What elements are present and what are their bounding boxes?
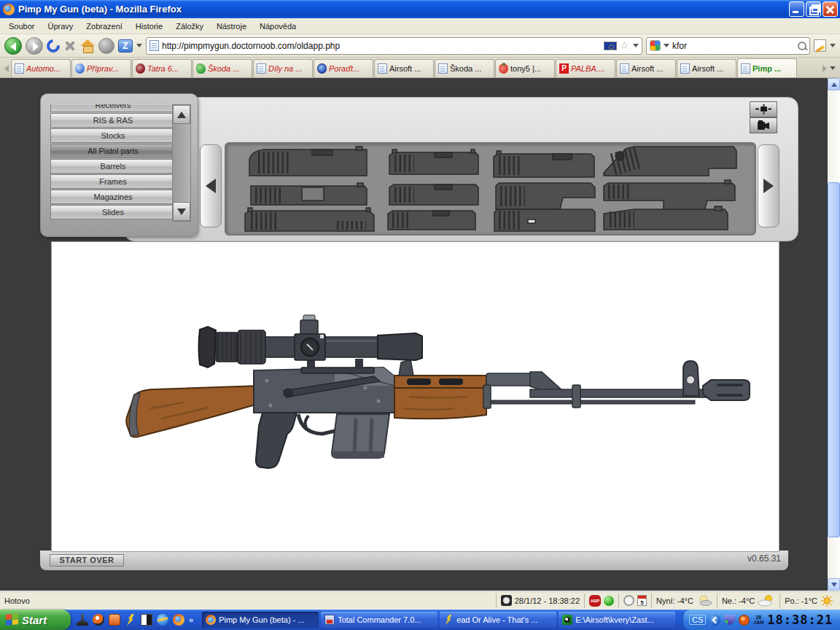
part-thumb-slide[interactable] xyxy=(604,206,728,230)
taskbtn-winamp[interactable]: ead Or Alive - That's ... xyxy=(440,612,556,628)
rifle-magazine[interactable] xyxy=(332,414,389,458)
toolbar-dropdown-icon[interactable] xyxy=(136,44,142,50)
tab-dily[interactable]: Díly na ... xyxy=(253,59,313,77)
tray-clock[interactable]: 18:38:21 xyxy=(767,612,833,628)
tab-skoda-2[interactable]: Škoda ... xyxy=(435,59,494,77)
gun-canvas[interactable] xyxy=(51,241,779,552)
rifle-muzzle-brake[interactable] xyxy=(703,380,750,400)
url-dropdown-icon[interactable] xyxy=(633,44,639,50)
tray-blue-icon[interactable] xyxy=(709,615,720,626)
tray-shield-icon[interactable] xyxy=(724,615,735,626)
close-button[interactable] xyxy=(822,1,838,17)
category-all-pistol-parts[interactable]: All Pistol parts xyxy=(50,144,176,158)
category-frames[interactable]: Frames xyxy=(50,174,176,189)
google-icon[interactable] xyxy=(650,40,661,51)
part-thumb-slide[interactable] xyxy=(388,211,475,230)
tab-pimp-active[interactable]: Pimp ... xyxy=(737,58,797,77)
search-magnifier-icon[interactable] xyxy=(798,42,806,50)
tab-skoda-1[interactable]: Škoda ... xyxy=(192,59,252,77)
bookmark-star-icon[interactable] xyxy=(620,41,630,51)
weather-monday[interactable]: Po.: -1°C xyxy=(779,594,838,608)
category-slides[interactable]: Slides xyxy=(50,205,176,219)
search-input[interactable] xyxy=(672,41,795,51)
category-stocks[interactable]: Stocks xyxy=(50,128,176,143)
language-indicator[interactable]: CS xyxy=(689,615,706,625)
menu-nastroje[interactable]: Nástroje xyxy=(211,20,252,33)
page-scrollbar[interactable] xyxy=(828,78,840,591)
firefox-quicklaunch-icon[interactable] xyxy=(173,614,184,626)
part-thumb-slide[interactable] xyxy=(604,147,736,176)
category-scroll-down-button[interactable] xyxy=(173,202,190,221)
media-player-icon[interactable] xyxy=(93,614,104,626)
calendar-icon[interactable]: 5 xyxy=(637,595,647,606)
notes-dropdown-icon[interactable] xyxy=(830,44,836,50)
tab-airsoft-3[interactable]: Airsoft ... xyxy=(677,59,736,77)
reload-button[interactable] xyxy=(44,36,62,55)
part-thumb-slide[interactable] xyxy=(245,208,374,231)
tab-priprav[interactable]: Příprav... xyxy=(71,59,131,77)
menu-zobrazeni[interactable]: Zobrazení xyxy=(80,20,128,33)
adblock-icon[interactable]: ABP xyxy=(589,595,601,607)
part-thumb-slide[interactable] xyxy=(251,183,367,205)
forward-button[interactable] xyxy=(26,37,43,55)
url-input[interactable] xyxy=(162,41,601,51)
snapshot-button[interactable] xyxy=(750,117,777,133)
part-thumb-slide[interactable] xyxy=(494,209,595,231)
taskbtn-irfanview[interactable]: E:\Airsoft\kvery\Zast... xyxy=(559,612,675,628)
tray-avast-icon[interactable] xyxy=(739,615,750,626)
orange-app-icon[interactable] xyxy=(109,614,120,626)
notes-extension-icon[interactable] xyxy=(814,39,826,52)
tab-list-dropdown-icon[interactable] xyxy=(830,66,836,73)
minimize-button[interactable] xyxy=(789,1,804,17)
zotero-icon[interactable]: Z xyxy=(118,39,133,52)
scroll-up-button[interactable] xyxy=(828,78,840,90)
category-receivers[interactable]: Receivers xyxy=(50,104,176,112)
weather-now[interactable]: Nyní: -4°C xyxy=(651,594,717,608)
rifle-handguard[interactable] xyxy=(394,359,486,419)
rifle-assembly[interactable] xyxy=(52,242,779,551)
taskbtn-total-commander[interactable]: Total Commander 7.0... xyxy=(321,612,438,628)
extension-icon[interactable] xyxy=(98,38,114,54)
tab-scroll-left-button[interactable] xyxy=(1,60,11,77)
statusbar-clock-panel[interactable]: 28/1/12 - 18:38:22 xyxy=(496,594,584,608)
tab-scroll-right-button[interactable] xyxy=(822,65,827,72)
quick-launch-overflow[interactable]: » xyxy=(189,615,193,624)
start-over-button[interactable]: START OVER xyxy=(50,554,124,567)
rifle-front-sight[interactable] xyxy=(683,361,699,396)
winamp-icon[interactable] xyxy=(125,614,136,626)
scroll-down-button[interactable] xyxy=(828,578,840,591)
restore-button[interactable] xyxy=(806,1,821,17)
menu-soubor[interactable]: Soubor xyxy=(3,20,40,33)
back-button[interactable] xyxy=(4,37,22,55)
url-bar[interactable] xyxy=(146,37,642,55)
parts-scroll-left-button[interactable] xyxy=(200,144,222,228)
search-bar[interactable] xyxy=(646,37,810,55)
home-button[interactable] xyxy=(80,39,95,52)
rifle-stock[interactable] xyxy=(126,386,260,437)
rifle-grip[interactable] xyxy=(256,413,297,468)
tab-poradte[interactable]: Poraďt... xyxy=(314,59,373,77)
internet-explorer-icon[interactable] xyxy=(157,614,168,626)
center-view-button[interactable] xyxy=(750,101,777,117)
part-thumb-slide[interactable] xyxy=(249,147,367,176)
menu-napoveda[interactable]: Nápověda xyxy=(254,20,302,33)
tab-palba[interactable]: PPALBA.... xyxy=(556,59,615,77)
tool-icon[interactable] xyxy=(77,614,88,626)
category-magazines[interactable]: Magazines xyxy=(50,190,176,204)
taskbtn-pimp-my-gun[interactable]: Pimp My Gun (beta) - ... xyxy=(202,612,319,628)
tab-tatra[interactable]: Tatra 6... xyxy=(132,59,192,77)
category-ris-ras[interactable]: RIS & RAS xyxy=(50,113,176,128)
part-thumb-slide[interactable] xyxy=(389,184,478,205)
part-thumb-slide[interactable] xyxy=(494,151,594,177)
tab-tony5[interactable]: tony5 |... xyxy=(495,59,555,77)
tab-airsoft-1[interactable]: Airsoft ... xyxy=(374,59,434,77)
category-barrels[interactable]: Barrels xyxy=(50,159,176,174)
menu-upravy[interactable]: Úpravy xyxy=(42,20,79,33)
start-button[interactable]: Start xyxy=(0,610,71,630)
tab-automo[interactable]: Automo... xyxy=(11,59,71,77)
rifle-receiver[interactable] xyxy=(254,368,394,413)
notepad-icon[interactable] xyxy=(141,614,152,626)
rifle-barrel[interactable] xyxy=(483,372,709,408)
timer-icon[interactable] xyxy=(623,595,634,606)
rifle-scope[interactable] xyxy=(199,315,423,373)
